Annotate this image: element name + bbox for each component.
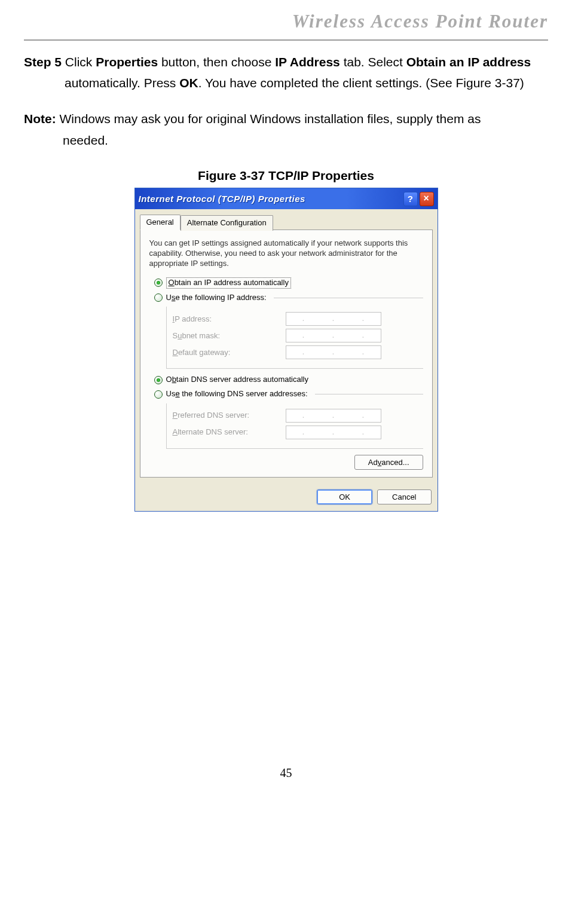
- input-alternate-dns[interactable]: ...: [286, 426, 381, 439]
- radio-icon: [154, 376, 163, 384]
- explain-text: You can get IP settings assigned automat…: [149, 238, 423, 269]
- note-label: Note:: [24, 112, 56, 126]
- tab-panel: You can get IP settings assigned automat…: [140, 230, 433, 478]
- radio-obtain-dns-auto[interactable]: Obtain DNS server address automatically: [154, 375, 423, 385]
- radio-label-auto-dns: Obtain DNS server address automatically: [166, 375, 308, 385]
- step-text-2: button, then choose: [158, 55, 275, 69]
- advanced-button[interactable]: Advanced...: [354, 455, 423, 470]
- input-default-gateway[interactable]: ...: [286, 345, 381, 359]
- radio-icon: [154, 279, 163, 287]
- close-icon[interactable]: ×: [420, 192, 434, 206]
- dns-block: Obtain DNS server address automatically …: [149, 375, 423, 449]
- dns-fields: Preferred DNS server: ... Alternate DNS …: [166, 403, 423, 449]
- ip-fields: IP address: ... Subnet mask: ... Default…: [166, 307, 423, 369]
- radio-label-auto-ip: Obtain an IP address automatically: [166, 277, 291, 289]
- document-header: Wireless Access Point Router: [24, 6, 548, 41]
- groupbox-line: [315, 394, 423, 394]
- radio-label-manual-dns: Use the following DNS server addresses:: [166, 389, 308, 399]
- radio-use-following-dns[interactable]: Use the following DNS server addresses:: [154, 389, 423, 399]
- step-paragraph: Step 5 Click Properties button, then cho…: [24, 51, 548, 94]
- note-text-wrap: needed.: [63, 133, 108, 147]
- step-text-5: . You have completed the client settings…: [198, 76, 524, 90]
- step-bold-3: Obtain an IP address: [406, 55, 531, 69]
- note-paragraph: Note: Windows may ask you for original W…: [24, 108, 548, 151]
- figure-caption: Figure 3-37 TCP/IP Properties: [24, 165, 548, 186]
- radio-use-following-ip[interactable]: Use the following IP address:: [154, 293, 423, 303]
- input-subnet-mask[interactable]: ...: [286, 329, 381, 342]
- input-ip-address[interactable]: ...: [286, 312, 381, 326]
- radio-icon: [154, 390, 163, 399]
- radio-icon: [154, 293, 163, 302]
- label-subnet-mask: Subnet mask:: [169, 331, 286, 341]
- radio-label-manual-ip: Use the following IP address:: [166, 293, 267, 303]
- window-body: General Alternate Configuration You can …: [135, 209, 438, 482]
- step-text-1: Click: [62, 55, 96, 69]
- advanced-row: Advanced...: [149, 455, 423, 470]
- step-label: Step 5: [24, 55, 62, 69]
- ok-button[interactable]: OK: [317, 489, 372, 504]
- step-text-3: tab. Select: [340, 55, 406, 69]
- tab-alternate[interactable]: Alternate Configuration: [181, 215, 273, 231]
- tabs: General Alternate Configuration: [140, 214, 433, 230]
- tcpip-dialog: Internet Protocol (TCP/IP) Properties ? …: [134, 188, 438, 512]
- step-bold-2: IP Address: [275, 55, 340, 69]
- groupbox-line: [274, 298, 423, 298]
- input-preferred-dns[interactable]: ...: [286, 409, 381, 423]
- note-text-inline: Windows may ask you for original Windows…: [56, 112, 481, 126]
- dialog-buttons: OK Cancel: [135, 482, 438, 511]
- step-bold-4: OK: [179, 76, 198, 90]
- page-number: 45: [24, 763, 548, 783]
- step-text-4: automatically. Press: [65, 76, 179, 90]
- label-default-gateway: Default gateway:: [169, 348, 286, 358]
- header-title: Wireless Access Point Router: [24, 6, 548, 38]
- label-alternate-dns: Alternate DNS server:: [169, 427, 286, 437]
- cancel-button[interactable]: Cancel: [377, 489, 431, 504]
- dialog-wrapper: Internet Protocol (TCP/IP) Properties ? …: [24, 188, 548, 512]
- titlebar[interactable]: Internet Protocol (TCP/IP) Properties ? …: [135, 188, 438, 209]
- step-bold-1: Properties: [96, 55, 158, 69]
- label-preferred-dns: Preferred DNS server:: [169, 411, 286, 421]
- radio-obtain-ip-auto[interactable]: Obtain an IP address automatically: [154, 277, 423, 289]
- help-icon[interactable]: ?: [403, 192, 418, 206]
- dialog-title: Internet Protocol (TCP/IP) Properties: [139, 193, 402, 205]
- tab-general[interactable]: General: [140, 215, 181, 230]
- label-ip-address: IP address:: [169, 314, 286, 325]
